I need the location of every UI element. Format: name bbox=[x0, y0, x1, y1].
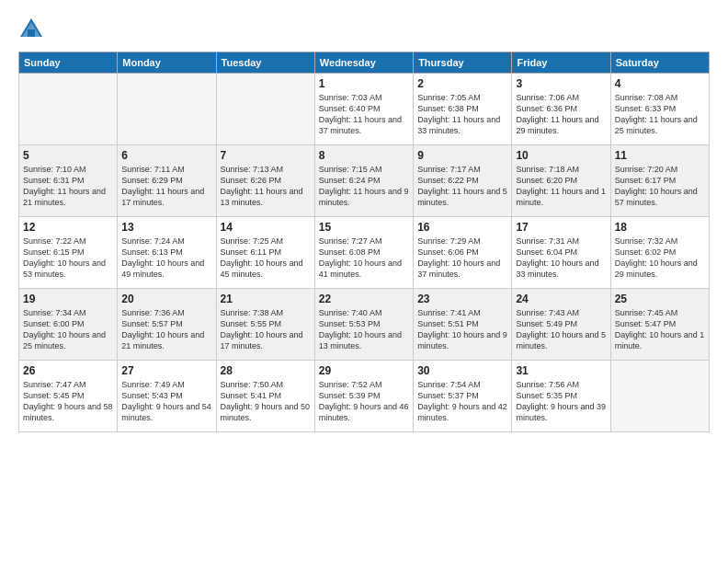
day-number: 5 bbox=[23, 149, 113, 162]
day-content: Sunrise: 7:11 AM Sunset: 6:29 PM Dayligh… bbox=[121, 164, 211, 209]
day-number: 19 bbox=[23, 293, 113, 305]
day-content: Sunrise: 7:08 AM Sunset: 6:33 PM Dayligh… bbox=[615, 92, 705, 137]
weekday-header-thursday: Thursday bbox=[414, 52, 512, 74]
day-number: 25 bbox=[615, 293, 705, 305]
day-content: Sunrise: 7:05 AM Sunset: 6:38 PM Dayligh… bbox=[417, 92, 507, 137]
day-number: 18 bbox=[615, 221, 705, 234]
day-content: Sunrise: 7:27 AM Sunset: 6:08 PM Dayligh… bbox=[319, 236, 409, 281]
day-number: 27 bbox=[121, 364, 211, 377]
calendar-cell: 31Sunrise: 7:56 AM Sunset: 5:35 PM Dayli… bbox=[512, 361, 610, 432]
calendar-cell: 26Sunrise: 7:47 AM Sunset: 5:45 PM Dayli… bbox=[19, 361, 118, 432]
calendar-cell: 2Sunrise: 7:05 AM Sunset: 6:38 PM Daylig… bbox=[414, 74, 512, 145]
day-number: 23 bbox=[417, 293, 507, 305]
day-content: Sunrise: 7:50 AM Sunset: 5:41 PM Dayligh… bbox=[221, 379, 311, 424]
calendar-cell: 23Sunrise: 7:41 AM Sunset: 5:51 PM Dayli… bbox=[414, 289, 512, 361]
calendar-cell: 17Sunrise: 7:31 AM Sunset: 6:04 PM Dayli… bbox=[512, 217, 610, 289]
calendar-cell: 10Sunrise: 7:18 AM Sunset: 6:20 PM Dayli… bbox=[512, 145, 610, 217]
calendar-cell: 22Sunrise: 7:40 AM Sunset: 5:53 PM Dayli… bbox=[314, 289, 413, 361]
calendar-cell: 18Sunrise: 7:32 AM Sunset: 6:02 PM Dayli… bbox=[610, 217, 709, 289]
day-content: Sunrise: 7:52 AM Sunset: 5:39 PM Dayligh… bbox=[319, 379, 409, 424]
logo-icon bbox=[18, 17, 44, 42]
calendar-cell: 1Sunrise: 7:03 AM Sunset: 6:40 PM Daylig… bbox=[314, 74, 413, 145]
day-number: 12 bbox=[23, 221, 113, 234]
calendar-cell: 20Sunrise: 7:36 AM Sunset: 5:57 PM Dayli… bbox=[118, 289, 216, 361]
day-number: 16 bbox=[417, 221, 507, 234]
day-content: Sunrise: 7:54 AM Sunset: 5:37 PM Dayligh… bbox=[417, 379, 507, 424]
calendar-cell: 24Sunrise: 7:43 AM Sunset: 5:49 PM Dayli… bbox=[512, 289, 610, 361]
page: SundayMondayTuesdayWednesdayThursdayFrid… bbox=[0, 0, 728, 563]
day-number: 21 bbox=[221, 293, 311, 305]
calendar-cell: 27Sunrise: 7:49 AM Sunset: 5:43 PM Dayli… bbox=[118, 361, 216, 432]
day-content: Sunrise: 7:41 AM Sunset: 5:51 PM Dayligh… bbox=[417, 307, 507, 352]
calendar-cell: 15Sunrise: 7:27 AM Sunset: 6:08 PM Dayli… bbox=[314, 217, 413, 289]
calendar-cell: 21Sunrise: 7:38 AM Sunset: 5:55 PM Dayli… bbox=[216, 289, 314, 361]
calendar-cell: 4Sunrise: 7:08 AM Sunset: 6:33 PM Daylig… bbox=[610, 74, 709, 145]
week-row-1: 1Sunrise: 7:03 AM Sunset: 6:40 PM Daylig… bbox=[19, 74, 710, 145]
day-number: 2 bbox=[417, 77, 507, 90]
day-number: 17 bbox=[516, 221, 606, 234]
calendar-cell: 16Sunrise: 7:29 AM Sunset: 6:06 PM Dayli… bbox=[414, 217, 512, 289]
day-number: 15 bbox=[319, 221, 409, 234]
day-number: 1 bbox=[319, 77, 409, 90]
calendar-cell: 29Sunrise: 7:52 AM Sunset: 5:39 PM Dayli… bbox=[314, 361, 413, 432]
day-number: 28 bbox=[221, 364, 311, 377]
week-row-4: 19Sunrise: 7:34 AM Sunset: 6:00 PM Dayli… bbox=[19, 289, 710, 361]
day-number: 9 bbox=[417, 149, 507, 162]
day-content: Sunrise: 7:03 AM Sunset: 6:40 PM Dayligh… bbox=[319, 92, 409, 137]
header bbox=[18, 17, 710, 42]
day-number: 20 bbox=[121, 293, 211, 305]
calendar-cell: 30Sunrise: 7:54 AM Sunset: 5:37 PM Dayli… bbox=[414, 361, 512, 432]
day-number: 14 bbox=[221, 221, 311, 234]
calendar-cell: 8Sunrise: 7:15 AM Sunset: 6:24 PM Daylig… bbox=[314, 145, 413, 217]
logo bbox=[18, 17, 48, 42]
day-content: Sunrise: 7:25 AM Sunset: 6:11 PM Dayligh… bbox=[221, 236, 311, 281]
day-number: 30 bbox=[417, 364, 507, 377]
day-number: 3 bbox=[516, 77, 606, 90]
weekday-header-tuesday: Tuesday bbox=[216, 52, 314, 74]
calendar-cell: 19Sunrise: 7:34 AM Sunset: 6:00 PM Dayli… bbox=[19, 289, 118, 361]
day-number: 4 bbox=[615, 77, 705, 90]
calendar-cell: 13Sunrise: 7:24 AM Sunset: 6:13 PM Dayli… bbox=[118, 217, 216, 289]
calendar-cell: 6Sunrise: 7:11 AM Sunset: 6:29 PM Daylig… bbox=[118, 145, 216, 217]
weekday-header-row: SundayMondayTuesdayWednesdayThursdayFrid… bbox=[19, 52, 710, 74]
day-content: Sunrise: 7:06 AM Sunset: 6:36 PM Dayligh… bbox=[516, 92, 606, 137]
calendar-cell: 7Sunrise: 7:13 AM Sunset: 6:26 PM Daylig… bbox=[216, 145, 314, 217]
calendar-cell: 3Sunrise: 7:06 AM Sunset: 6:36 PM Daylig… bbox=[512, 74, 610, 145]
calendar-cell: 12Sunrise: 7:22 AM Sunset: 6:15 PM Dayli… bbox=[19, 217, 118, 289]
day-content: Sunrise: 7:22 AM Sunset: 6:15 PM Dayligh… bbox=[23, 236, 113, 281]
day-content: Sunrise: 7:15 AM Sunset: 6:24 PM Dayligh… bbox=[319, 164, 409, 209]
day-number: 11 bbox=[615, 149, 705, 162]
day-content: Sunrise: 7:34 AM Sunset: 6:00 PM Dayligh… bbox=[23, 307, 113, 352]
day-number: 29 bbox=[319, 364, 409, 377]
day-content: Sunrise: 7:17 AM Sunset: 6:22 PM Dayligh… bbox=[417, 164, 507, 209]
day-number: 24 bbox=[516, 293, 606, 305]
day-content: Sunrise: 7:18 AM Sunset: 6:20 PM Dayligh… bbox=[516, 164, 606, 209]
day-content: Sunrise: 7:13 AM Sunset: 6:26 PM Dayligh… bbox=[221, 164, 311, 209]
day-content: Sunrise: 7:47 AM Sunset: 5:45 PM Dayligh… bbox=[23, 379, 113, 424]
calendar-cell: 28Sunrise: 7:50 AM Sunset: 5:41 PM Dayli… bbox=[216, 361, 314, 432]
day-content: Sunrise: 7:31 AM Sunset: 6:04 PM Dayligh… bbox=[516, 236, 606, 281]
weekday-header-saturday: Saturday bbox=[610, 52, 709, 74]
day-content: Sunrise: 7:40 AM Sunset: 5:53 PM Dayligh… bbox=[319, 307, 409, 352]
weekday-header-sunday: Sunday bbox=[19, 52, 118, 74]
calendar-cell: 11Sunrise: 7:20 AM Sunset: 6:17 PM Dayli… bbox=[610, 145, 709, 217]
calendar-cell: 25Sunrise: 7:45 AM Sunset: 5:47 PM Dayli… bbox=[610, 289, 709, 361]
calendar-cell bbox=[610, 361, 709, 432]
calendar-cell: 14Sunrise: 7:25 AM Sunset: 6:11 PM Dayli… bbox=[216, 217, 314, 289]
day-content: Sunrise: 7:45 AM Sunset: 5:47 PM Dayligh… bbox=[615, 307, 705, 352]
day-number: 13 bbox=[121, 221, 211, 234]
day-content: Sunrise: 7:36 AM Sunset: 5:57 PM Dayligh… bbox=[121, 307, 211, 352]
day-number: 7 bbox=[221, 149, 311, 162]
weekday-header-friday: Friday bbox=[512, 52, 610, 74]
weekday-header-wednesday: Wednesday bbox=[314, 52, 413, 74]
calendar-table: SundayMondayTuesdayWednesdayThursdayFrid… bbox=[18, 52, 710, 432]
week-row-5: 26Sunrise: 7:47 AM Sunset: 5:45 PM Dayli… bbox=[19, 361, 710, 432]
day-number: 26 bbox=[23, 364, 113, 377]
day-content: Sunrise: 7:32 AM Sunset: 6:02 PM Dayligh… bbox=[615, 236, 705, 281]
weekday-header-monday: Monday bbox=[118, 52, 216, 74]
svg-rect-2 bbox=[28, 29, 35, 37]
week-row-2: 5Sunrise: 7:10 AM Sunset: 6:31 PM Daylig… bbox=[19, 145, 710, 217]
day-content: Sunrise: 7:49 AM Sunset: 5:43 PM Dayligh… bbox=[121, 379, 211, 424]
day-number: 8 bbox=[319, 149, 409, 162]
day-content: Sunrise: 7:38 AM Sunset: 5:55 PM Dayligh… bbox=[221, 307, 311, 352]
